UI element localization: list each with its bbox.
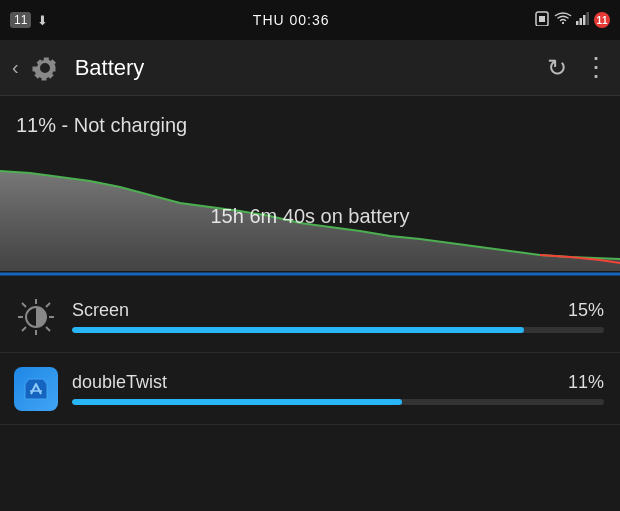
screen-bar-track <box>72 327 604 333</box>
toolbar-actions: ↻ ⋮ <box>547 52 608 83</box>
download-icon: ⬇ <box>37 13 48 28</box>
doubletwist-item-content: doubleTwist 11% <box>72 372 604 405</box>
svg-rect-3 <box>576 21 579 25</box>
status-right-icons: 11 <box>534 10 610 30</box>
screen-item-content: Screen 15% <box>72 300 604 333</box>
status-left-icons: 11 ⬇ <box>10 12 48 28</box>
doubletwist-bar-track <box>72 399 604 405</box>
settings-gear-icon <box>27 50 63 86</box>
more-options-button[interactable]: ⋮ <box>583 52 608 83</box>
svg-rect-1 <box>539 16 545 22</box>
doubletwist-item-percent: 11% <box>568 372 604 393</box>
battery-status-text: 11% - Not charging <box>16 114 187 136</box>
screen-item-name: Screen <box>72 300 129 321</box>
svg-rect-6 <box>587 12 590 25</box>
doubletwist-battery-item[interactable]: doubleTwist 11% <box>0 353 620 425</box>
notification-count-icon: 11 <box>10 12 31 28</box>
svg-point-2 <box>562 22 564 24</box>
page-title: Battery <box>75 55 547 81</box>
status-time: THU 00:36 <box>253 12 330 28</box>
screen-battery-item[interactable]: Screen 15% <box>0 281 620 353</box>
main-content: 11% - Not charging 15h 6m 40s on battery <box>0 96 620 425</box>
doubletwist-item-name: doubleTwist <box>72 372 167 393</box>
svg-line-15 <box>22 303 26 307</box>
svg-rect-4 <box>580 18 583 25</box>
doubletwist-icon-container <box>12 365 60 413</box>
svg-rect-5 <box>583 15 586 25</box>
battery-chart: 15h 6m 40s on battery <box>0 151 620 281</box>
svg-marker-19 <box>25 379 47 399</box>
svg-line-17 <box>46 303 50 307</box>
doubletwist-bar-fill <box>72 399 402 405</box>
refresh-button[interactable]: ↻ <box>547 54 567 82</box>
svg-line-18 <box>22 327 26 331</box>
wifi-icon <box>554 11 572 29</box>
back-button[interactable]: ‹ <box>12 56 19 79</box>
battery-notification-badge: 11 <box>594 12 610 28</box>
doubletwist-app-icon <box>14 367 58 411</box>
screen-item-percent: 15% <box>568 300 604 321</box>
toolbar: ‹ Battery ↻ ⋮ <box>0 40 620 96</box>
battery-status-section: 11% - Not charging <box>0 96 620 147</box>
screen-icon <box>12 293 60 341</box>
screen-bar-fill <box>72 327 524 333</box>
svg-line-16 <box>46 327 50 331</box>
status-bar: 11 ⬇ THU 00:36 11 <box>0 0 620 40</box>
sim-icon <box>534 10 550 30</box>
signal-icon <box>576 11 590 29</box>
